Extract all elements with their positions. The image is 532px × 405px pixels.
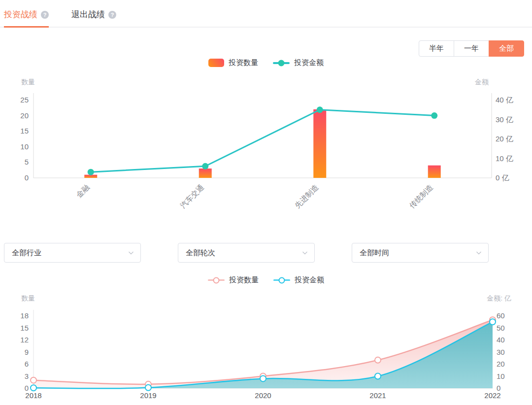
svg-text:2019: 2019 [140,391,156,400]
svg-text:金额: 金额 [475,78,489,86]
industry-bar-line-chart[interactable]: 数量金额05101520250 亿10 亿20 亿30 亿40 亿金融汽车交通先… [0,71,532,226]
svg-text:30: 30 [497,348,505,356]
svg-text:0 亿: 0 亿 [496,173,509,182]
line-ring-swatch-icon [273,277,290,284]
svg-text:15: 15 [20,127,29,135]
svg-text:18: 18 [20,311,29,320]
help-icon[interactable]: ? [108,11,116,19]
svg-text:数量: 数量 [21,294,35,302]
svg-text:10: 10 [20,142,29,151]
time-filter-select[interactable]: 全部时间 [352,243,489,263]
yearly-chart-legend: 投资数量 投资金额 [0,275,532,285]
svg-text:数量: 数量 [21,78,35,86]
svg-text:2020: 2020 [255,391,271,400]
svg-text:25: 25 [20,96,29,104]
svg-text:2021: 2021 [369,391,386,400]
legend-label: 投资金额 [294,58,324,68]
svg-text:30 亿: 30 亿 [496,115,513,124]
chevron-down-icon [475,249,482,256]
svg-text:10 亿: 10 亿 [496,154,513,163]
svg-text:10: 10 [497,372,505,380]
legend-item-invest-count[interactable]: 投资数量 [208,58,258,68]
svg-text:先进制造: 先进制造 [293,183,320,209]
select-value: 全部轮次 [186,248,215,258]
line-ring-swatch-icon [208,277,225,284]
svg-text:20 亿: 20 亿 [496,135,513,143]
chevron-down-icon [128,249,134,256]
svg-text:2018: 2018 [25,391,41,400]
select-value: 全部时间 [360,248,389,258]
industry-chart-legend: 投资数量 投资金额 [0,58,532,68]
svg-text:60: 60 [497,311,505,320]
svg-text:0: 0 [25,173,29,182]
svg-text:12: 12 [20,336,29,344]
svg-text:5: 5 [25,158,29,166]
period-filter-group: 半年 一年 全部 [0,40,532,57]
tab-exit-record[interactable]: 退出战绩 ? [71,9,116,27]
legend-label: 投资数量 [229,275,259,285]
svg-text:汽车交通: 汽车交通 [178,183,205,209]
tab-bar: 投资战绩 ? 退出战绩 ? [0,0,532,28]
legend-item-invest-amount[interactable]: 投资金额 [273,275,324,285]
tab-label: 退出战绩 [71,9,105,20]
filter-row: 全部行业 全部轮次 全部时间 [0,243,532,263]
industry-filter-select[interactable]: 全部行业 [4,243,141,263]
svg-text:金融: 金融 [74,182,91,199]
legend-label: 投资金额 [295,275,324,285]
tab-investment-record[interactable]: 投资战绩 ? [4,9,49,27]
legend-item-invest-count[interactable]: 投资数量 [208,275,259,285]
select-value: 全部行业 [12,248,41,258]
period-all-button[interactable]: 全部 [489,40,524,57]
bar-swatch-icon [208,59,224,67]
svg-text:金额: 亿: 金额: 亿 [487,294,511,302]
svg-text:20: 20 [497,360,505,368]
period-one-year-button[interactable]: 一年 [454,40,489,57]
svg-text:2022: 2022 [484,391,500,400]
svg-text:40 亿: 40 亿 [496,96,513,104]
svg-text:15: 15 [20,324,29,332]
legend-item-invest-amount[interactable]: 投资金额 [273,58,324,68]
help-icon[interactable]: ? [41,11,49,19]
yearly-area-chart[interactable]: 数量金额: 亿036912151801020304050602018201920… [0,289,532,405]
svg-text:3: 3 [25,372,29,380]
svg-text:40: 40 [497,336,505,344]
investment-dashboard: 投资战绩 ? 退出战绩 ? 半年 一年 全部 投资数量 投资金额 数量金额051… [0,0,532,405]
chevron-down-icon [301,249,308,256]
tab-label: 投资战绩 [4,9,37,20]
svg-text:20: 20 [20,111,29,120]
svg-text:50: 50 [497,324,505,332]
svg-text:6: 6 [25,360,29,368]
svg-text:传统制造: 传统制造 [407,183,434,209]
line-dot-swatch-icon [273,60,290,67]
legend-label: 投资数量 [229,58,258,68]
round-filter-select[interactable]: 全部轮次 [178,243,315,263]
period-half-year-button[interactable]: 半年 [419,40,454,57]
svg-text:9: 9 [25,348,29,356]
